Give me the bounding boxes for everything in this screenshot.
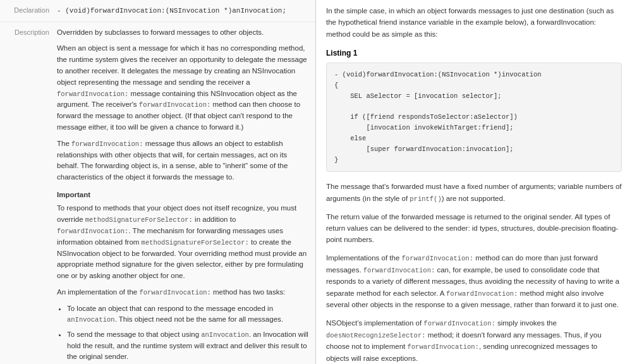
desc-para-1: Overridden by subclasses to forward mess… (57, 27, 309, 39)
left-panel: Declaration - (void)forwardInvocation:(N… (0, 0, 316, 364)
description-section: Description Overridden by subclasses to … (0, 22, 315, 365)
tasks-list: To locate an object that can respond to … (67, 303, 309, 362)
desc-para-2: When an object is sent a message for whi… (57, 43, 309, 133)
task-item-1: To locate an object that can respond to … (67, 303, 309, 325)
implementation-text: An implementation of the forwardInvocati… (57, 287, 309, 298)
important-title: Important (57, 190, 309, 200)
does-not-recognize-link[interactable]: doesNotRecognizeSelector: (326, 331, 426, 339)
method-sig-link-2[interactable]: methodSignatureForSelector: (142, 238, 249, 246)
desc-para-3: The forwardInvocation: message thus allo… (57, 138, 309, 183)
right-para-2: The return value of the forwarded messag… (326, 211, 622, 246)
task-item-2: To send the message to that object using… (67, 329, 309, 362)
listing-title: Listing 1 (326, 49, 622, 58)
declaration-label: Declaration (6, 5, 57, 16)
description-content: Overridden by subclasses to forward mess… (57, 27, 309, 365)
right-para-1: The message that's forwarded must have a… (326, 181, 622, 204)
forward-invocation-link-1[interactable]: forwardInvocation: (139, 100, 210, 108)
important-text: To respond to methods that your object d… (57, 203, 309, 282)
description-label: Description (6, 27, 57, 365)
right-para-4: NSObject's implementation of forwardInvo… (326, 317, 622, 364)
right-para-3: Implementations of the forwardInvocation… (326, 252, 622, 311)
code-listing: - (void)forwardInvocation:(NSInvocation … (326, 63, 622, 172)
declaration-section: Declaration - (void)forwardInvocation:(N… (0, 0, 315, 22)
right-panel: In the simple case, in which an object f… (316, 0, 632, 364)
declaration-content: - (void)forwardInvocation:(NSInvocation … (57, 5, 309, 16)
right-intro: In the simple case, in which an object f… (326, 0, 622, 40)
declaration-code: - (void)forwardInvocation:(NSInvocation … (57, 7, 286, 15)
method-sig-link[interactable]: methodSignatureForSelector: (85, 215, 193, 223)
